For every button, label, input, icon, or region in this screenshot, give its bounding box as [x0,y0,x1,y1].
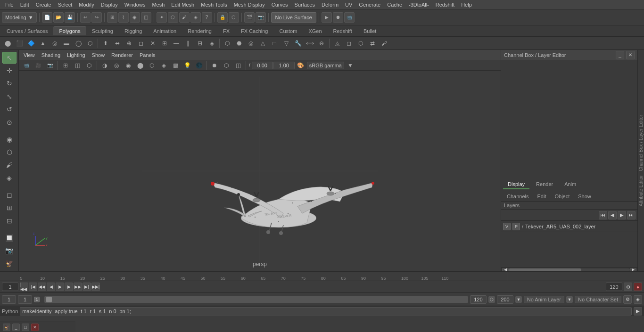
vp-gamma[interactable]: sRGB gamma [307,62,344,69]
render-btn[interactable]: 🎬 [244,12,255,23]
cam-btn[interactable]: 📹 [344,12,355,23]
vp-light-btn[interactable]: 💡 [182,60,193,71]
menu-item-edit-mesh[interactable]: Edit Mesh [168,1,198,8]
vp-highlight-btn[interactable]: ⬤ [134,60,146,71]
min-window-btn[interactable]: _ [12,324,20,331]
vp-cam3-btn[interactable]: 📷 [44,60,56,71]
fill-hole-btn[interactable]: ◻ [135,38,147,49]
layer-back-start-btn[interactable]: ⏮ [599,211,607,219]
vp-cam-btn[interactable]: 📹 [21,60,32,71]
timeline-area[interactable]: 5101520253035404550556065707580859095100… [0,271,644,281]
vp-menu-panels[interactable]: Panels [137,51,158,59]
go-start-btn[interactable]: |◀◀ [20,283,28,291]
menu-item-create[interactable]: Create [33,1,55,8]
insert-edge-btn[interactable]: ∥ [182,38,194,49]
reduce-btn[interactable]: ▽ [281,38,292,49]
sphere-btn[interactable]: ⬤ [2,38,13,49]
command-input[interactable] [20,307,632,316]
vp-menu-view[interactable]: View [21,51,38,59]
lock-btn[interactable]: 🔒 [217,12,228,23]
quad-btn[interactable]: □ [269,38,280,49]
menu-item-help[interactable]: Help [458,1,475,8]
ipr-btn[interactable]: 📷 [256,12,266,23]
torus-btn[interactable]: ◎ [49,38,60,49]
last-tool[interactable]: ↺ [2,104,17,115]
vp-menu-renderer[interactable]: Renderer [108,51,136,59]
vp-shadow-btn[interactable]: 🌑 [193,60,205,71]
vp-wire-btn[interactable]: ⬡ [146,60,157,71]
vp-color-space-icon[interactable]: 🎨 [295,60,306,71]
menu-item-display[interactable]: Display [98,1,121,8]
tab-xgen[interactable]: XGen [303,27,327,35]
playblast-btn[interactable]: ⏺ [333,12,343,23]
undo-btn[interactable]: ↩ [80,12,91,23]
tab-render[interactable]: Render [531,180,558,189]
timeline-slider[interactable] [44,296,468,303]
connect-btn[interactable]: — [171,38,182,49]
menu-item--3dtoall-[interactable]: -3DtoAll- [405,1,432,8]
channel-box-side-label[interactable]: Channel Box / Layer Editor [638,113,644,173]
cleanup-btn[interactable]: 🔧 [292,38,304,49]
menu-item-generate[interactable]: Generate [355,1,384,8]
snap-curve-btn[interactable]: ⌇ [118,12,129,23]
tab-anim[interactable]: Anim [560,180,581,189]
go-end-btn[interactable]: ▶▶| [91,283,100,291]
snap-surface-btn[interactable]: ◫ [141,12,151,23]
cyl-btn[interactable]: 🔷 [25,38,37,49]
rotate-tool[interactable]: ↻ [2,78,17,89]
hide-btn[interactable]: ⊟ [2,215,17,227]
bevel-btn[interactable]: ◈ [206,38,217,49]
snap-grid-btn[interactable]: ⊞ [107,12,117,23]
tab-bullet[interactable]: Bullet [358,27,382,35]
layer-visibility-btn[interactable]: V [503,223,511,230]
layer-back-btn[interactable]: ◀ [608,211,617,219]
vp-cam2-btn[interactable]: 🎥 [33,60,44,71]
vp-menu-shading[interactable]: Shading [39,51,63,59]
paint-transfer-btn[interactable]: 🖌 [379,38,390,49]
menu-item-file[interactable]: File [2,1,17,8]
panel-minimize-btn[interactable]: _ [616,51,624,59]
new-file-btn[interactable]: 📄 [42,12,52,23]
tab-rendering[interactable]: Rendering [182,27,217,35]
current-frame-input[interactable] [2,283,18,291]
show-manip-btn[interactable]: ⊙ [2,116,17,128]
multiview-btn[interactable]: ⊞ [2,202,17,213]
menu-item-mesh[interactable]: Mesh [149,1,168,8]
vp-grid-btn[interactable]: ⊞ [60,60,71,71]
scale-tool[interactable]: ⤡ [2,90,17,102]
key-settings-btn[interactable]: ⚙ [624,283,632,291]
maya-logo-btn[interactable]: 🦅 [3,324,10,331]
paint-btn[interactable]: 🖌 [179,12,190,23]
uncrease-btn[interactable]: ◻ [343,38,355,49]
highlight-btn[interactable]: ⬡ [229,12,239,23]
platonic-btn[interactable]: ⬡ [84,38,96,49]
anim-layer-label[interactable]: No Anim Layer [524,296,564,303]
step-back-btn[interactable]: ◀◀ [38,283,46,291]
close-window-btn[interactable]: ✕ [31,324,39,331]
render-view-btn[interactable]: ▶ [322,12,332,23]
transfer-btn[interactable]: ⇄ [367,38,378,49]
vp-coord-x[interactable]: 0.00 [252,62,273,69]
auto-key-btn[interactable]: ● [634,283,642,291]
anim-end-input[interactable] [606,283,622,291]
total-frames-input[interactable] [497,295,513,304]
maya-icon[interactable]: 🦅 [2,258,17,269]
attribute-editor-side-label[interactable]: Attribute Editor [638,173,644,208]
lasso-select-btn[interactable]: ⬡ [2,146,17,158]
char-set-extra-btn[interactable]: ◈ [634,295,642,304]
lasso-btn[interactable]: ⬡ [168,12,178,23]
menu-item-edit[interactable]: Edit [17,1,33,8]
live-surface-btn[interactable]: No Live Surface [271,12,316,23]
paint-select-btn[interactable]: 🖌 [2,159,17,171]
vp-playblast-btn[interactable]: ⏺ [209,60,220,71]
char-set-settings-btn[interactable]: ⚙ [623,295,632,304]
isolate-btn[interactable]: ◻ [2,189,17,201]
bridge-btn[interactable]: ⬌ [112,38,123,49]
menu-item-curves[interactable]: Curves [268,1,291,8]
vp-xray-btn[interactable]: ◎ [111,60,122,71]
play-back-btn[interactable]: ▶ [56,283,64,291]
tab-curves---surfaces[interactable]: Curves / Surfaces [1,27,53,35]
cube-btn[interactable]: ⬛ [14,38,25,49]
vp-isolate-btn[interactable]: ◉ [123,60,134,71]
snap-point-btn[interactable]: ◉ [130,12,140,23]
